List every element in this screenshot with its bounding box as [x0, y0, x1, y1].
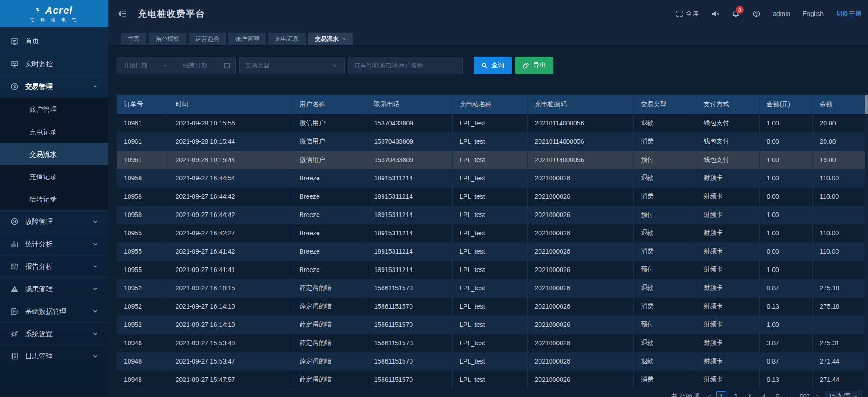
cell-trans_type: 预付 — [633, 261, 696, 279]
mute-icon[interactable] — [711, 10, 719, 18]
table-row[interactable]: 109522021-09-27 16:14:10薛定谔的喵15861151570… — [117, 315, 865, 334]
page-button-5[interactable]: 5 — [773, 391, 783, 397]
page-button-3[interactable]: 3 — [744, 391, 755, 397]
sidebar-item-stats[interactable]: 统计分析 — [0, 233, 108, 255]
cell-amount: 3.87 — [759, 334, 812, 352]
sidebar-subitem[interactable]: 账户管理 — [0, 98, 108, 120]
cell-phone: 18915311214 — [367, 169, 452, 187]
cell-amount: 1.00 — [759, 151, 812, 169]
page-button-1[interactable]: 1 — [716, 391, 726, 397]
sidebar-menu: 首页实时监控交易管理账户管理充电记录交易流水充值记录结转记录故障管理统计分析报告… — [0, 27, 108, 397]
page-button-507[interactable]: 507 — [798, 391, 811, 397]
cell-time: 2021-09-27 16:41:42 — [168, 242, 292, 261]
page-size-label: 15 条/页 — [829, 392, 851, 397]
cell-amount: 0.13 — [759, 370, 812, 389]
sidebar-item-label: 隐患管理 — [25, 285, 92, 294]
sidebar-subitem[interactable]: 结转记录 — [0, 188, 108, 210]
table-row[interactable]: 109552021-09-27 16:41:41Breeze1891531121… — [117, 261, 865, 279]
sidebar-item-home[interactable]: 首页 — [0, 30, 108, 53]
sidebar-item-hazard[interactable]: 隐患管理 — [0, 277, 108, 300]
table-row[interactable]: 109552021-09-27 16:42:27Breeze1891531121… — [117, 224, 865, 242]
theme-toggle-link[interactable]: 切换主题 — [836, 10, 862, 18]
sidebar-item-fault[interactable]: 故障管理 — [0, 210, 108, 233]
page-button-4[interactable]: 4 — [759, 391, 769, 397]
cell-amount: 1.00 — [759, 224, 812, 242]
sidebar-subitem[interactable]: 充电记录 — [0, 120, 108, 143]
sidebar-item-settings[interactable]: 系统设置 — [0, 322, 108, 345]
scrollbar-thumb[interactable] — [865, 95, 868, 114]
fullscreen-button[interactable]: 全屏 — [675, 10, 699, 18]
search-button[interactable]: 查询 — [474, 57, 512, 74]
keyword-search-input[interactable]: 订单号/联系电话/用户名称 — [348, 57, 463, 74]
table-row[interactable]: 109612021-09-28 10:15:44微信用户15370433809L… — [117, 151, 865, 169]
table-row[interactable]: 109582021-09-27 16:44:54Breeze1891531121… — [117, 169, 865, 187]
tab-0[interactable]: 首页 — [121, 33, 146, 45]
gear-icon — [10, 329, 19, 338]
cell-order_no: 10955 — [117, 261, 168, 279]
table-row[interactable]: 109552021-09-27 16:41:42Breeze1891531121… — [117, 242, 865, 261]
cell-trans_type: 退款 — [633, 352, 696, 370]
table-row[interactable]: 109612021-09-28 10:15:44微信用户15370433809L… — [117, 132, 865, 151]
table-row[interactable]: 109582021-09-27 16:44:42Breeze1891531121… — [117, 187, 865, 206]
cell-order_no: 10948 — [117, 352, 168, 370]
tab-4[interactable]: 充电记录 — [268, 33, 306, 45]
sidebar-item-logs[interactable]: 日志管理 — [0, 345, 108, 367]
table-row[interactable]: 109612021-09-28 10:15:56微信用户15370433809L… — [117, 114, 865, 132]
table-row[interactable]: 109522021-09-27 16:14:10薛定谔的喵15861151570… — [117, 297, 865, 315]
tab-close-icon[interactable]: × — [342, 36, 346, 43]
cell-pile_code: 2021000026 — [527, 206, 633, 224]
vertical-scrollbar[interactable] — [865, 95, 868, 389]
cell-balance: 275.18 — [812, 297, 865, 315]
table-row[interactable]: 109482021-09-27 15:53:47薛定谔的喵15861151570… — [117, 352, 865, 370]
cell-trans_type: 退款 — [633, 334, 696, 352]
table-row[interactable]: 109482021-09-27 15:47:57薛定谔的喵15861151570… — [117, 370, 865, 389]
tab-2[interactable]: 运营趋势 — [189, 33, 226, 45]
transaction-type-select[interactable]: 交易类型 — [239, 57, 345, 74]
user-menu[interactable]: admin — [773, 10, 790, 17]
table-row[interactable]: 109582021-09-27 16:44:42Breeze1891531121… — [117, 206, 865, 224]
cell-trans_type: 消费 — [633, 242, 696, 261]
cell-pay_method: 射频卡 — [696, 187, 759, 206]
sidebar-subitem[interactable]: 交易流水 — [0, 143, 108, 165]
cell-time: 2021-09-27 16:14:10 — [168, 297, 292, 315]
sidebar-item-transaction[interactable]: 交易管理 — [0, 75, 108, 98]
cell-time: 2021-09-27 16:41:41 — [168, 261, 292, 279]
export-button[interactable]: 导出 — [515, 57, 553, 74]
cell-trans_type: 消费 — [633, 132, 696, 151]
page-size-select[interactable]: 15 条/页 — [825, 391, 862, 397]
next-page-button[interactable]: > — [815, 393, 821, 397]
table-row[interactable]: 109522021-09-27 16:18:15薛定谔的喵15861151570… — [117, 279, 865, 297]
help-icon[interactable] — [752, 10, 760, 18]
cell-station: LPL_test — [452, 315, 527, 334]
sidebar-item-report[interactable]: 报告分析 — [0, 255, 108, 277]
cell-trans_type: 预付 — [633, 315, 696, 334]
language-switcher[interactable]: English — [803, 10, 824, 17]
cell-user_name: 微信用户 — [292, 151, 367, 169]
cell-pay_method: 钱包支付 — [696, 132, 759, 151]
collapse-sidebar-icon[interactable] — [118, 9, 128, 19]
cell-pile_code: 20210114000056 — [527, 132, 633, 151]
cell-time: 2021-09-27 16:42:27 — [168, 224, 292, 242]
date-range-picker[interactable]: 开始日期 ~ 结束日期 — [117, 57, 236, 74]
column-header-phone: 联系电话 — [367, 95, 452, 114]
notifications-bell-icon[interactable]: 0 — [732, 10, 740, 18]
cell-trans_type: 消费 — [633, 370, 696, 389]
table-row[interactable]: 109462021-09-27 15:53:48薛定谔的喵15861151570… — [117, 334, 865, 352]
notification-badge: 0 — [736, 6, 744, 14]
tab-1[interactable]: 角色授权 — [149, 33, 186, 45]
cell-balance — [812, 206, 865, 224]
page-button-2[interactable]: 2 — [730, 391, 740, 397]
tab-3[interactable]: 账户管理 — [228, 33, 266, 45]
prev-page-button[interactable]: < — [706, 393, 712, 397]
cell-order_no: 10955 — [117, 224, 168, 242]
cell-user_name: Breeze — [292, 242, 367, 261]
sidebar-item-realtime[interactable]: 实时监控 — [0, 53, 108, 75]
sidebar-subitem[interactable]: 充值记录 — [0, 165, 108, 188]
cell-amount: 1.00 — [759, 114, 812, 132]
column-header-user_name: 用户名称 — [292, 95, 367, 114]
sidebar-item-basedata[interactable]: 基础数据管理 — [0, 300, 108, 322]
cell-station: LPL_test — [452, 151, 527, 169]
cell-pay_method: 射频卡 — [696, 169, 759, 187]
transactions-table-wrap: 订单号时间用户名称联系电话充电站名称充电桩编码交易类型支付方式金额(元)余额 1… — [117, 95, 865, 389]
tab-5[interactable]: 交易流水× — [308, 33, 353, 45]
